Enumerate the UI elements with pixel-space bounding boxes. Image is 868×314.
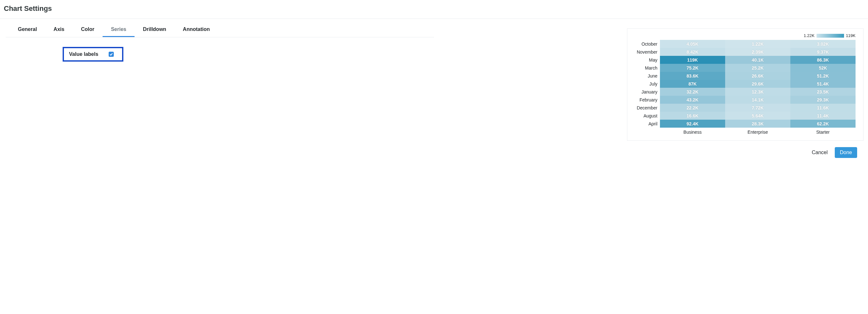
heatmap-row-label: July — [630, 80, 660, 88]
tab-color[interactable]: Color — [72, 22, 102, 37]
heatmap-legend: 1.22K 119K — [630, 33, 856, 38]
heatmap-col-label: Enterprise — [725, 129, 790, 135]
heatmap-cell: 83.6K — [660, 72, 725, 80]
done-button[interactable]: Done — [835, 147, 857, 158]
tab-axis[interactable]: Axis — [45, 22, 73, 37]
heatmap-cell: 7.72K — [725, 104, 790, 112]
legend-gradient-icon — [816, 34, 844, 38]
check-icon — [109, 53, 113, 56]
cancel-button[interactable]: Cancel — [812, 150, 828, 155]
page-title: Chart Settings — [4, 4, 864, 13]
heatmap-cell: 52K — [790, 64, 856, 72]
heatmap-cell: 92.4K — [660, 120, 725, 128]
heatmap-row-label: March — [630, 64, 660, 72]
tab-annotation[interactable]: Annotation — [175, 22, 218, 37]
heatmap-cell: 43.2K — [660, 96, 725, 104]
heatmap-cell: 11.4K — [790, 112, 856, 120]
heatmap-cell: 40.1K — [725, 56, 790, 64]
heatmap-cell: 3.02K — [790, 40, 856, 48]
tab-series[interactable]: Series — [102, 22, 134, 37]
heatmap-cell: 14.1K — [725, 96, 790, 104]
heatmap-cell: 11.6K — [790, 104, 856, 112]
heatmap-cell: 23.5K — [790, 88, 856, 96]
heatmap-row-label: May — [630, 56, 660, 64]
heatmap-cell: 4.05K — [660, 40, 725, 48]
heatmap-row-label: June — [630, 72, 660, 80]
heatmap-cell: 29.3K — [790, 96, 856, 104]
heatmap-row-label: November — [630, 48, 660, 56]
heatmap-preview: 1.22K 119K October4.05K1.22K3.02KNovembe… — [627, 28, 864, 141]
heatmap-cell: 5.64K — [725, 112, 790, 120]
heatmap-row-label: August — [630, 112, 660, 120]
heatmap-cell: 87K — [660, 80, 725, 88]
value-labels-checkbox[interactable] — [108, 52, 114, 57]
value-labels-option: Value labels — [63, 47, 123, 62]
heatmap-cell: 51.2K — [790, 72, 856, 80]
heatmap-row-label: February — [630, 96, 660, 104]
tab-general[interactable]: General — [9, 22, 45, 37]
heatmap-cell: 26.6K — [725, 72, 790, 80]
heatmap-row-label: April — [630, 120, 660, 128]
heatmap-row-label: January — [630, 88, 660, 96]
heatmap-row-label: October — [630, 40, 660, 48]
heatmap-cell: 22.2K — [660, 104, 725, 112]
heatmap-cell: 29.6K — [725, 80, 790, 88]
heatmap-col-label: Business — [660, 129, 725, 135]
heatmap-cell: 119K — [660, 56, 725, 64]
settings-tabs: GeneralAxisColorSeriesDrilldownAnnotatio… — [6, 22, 434, 37]
value-labels-label: Value labels — [69, 51, 98, 57]
heatmap-cell: 16.6K — [660, 112, 725, 120]
legend-max: 119K — [846, 33, 856, 38]
heatmap-cell: 25.2K — [725, 64, 790, 72]
legend-min: 1.22K — [804, 33, 815, 38]
heatmap-cell: 86.3K — [790, 56, 856, 64]
heatmap-cell: 62.2K — [790, 120, 856, 128]
heatmap-cell: 9.37K — [790, 48, 856, 56]
heatmap-cell: 32.2K — [660, 88, 725, 96]
heatmap-row-label: December — [630, 104, 660, 112]
heatmap-cell: 12.3K — [725, 88, 790, 96]
heatmap-cell: 8.42K — [660, 48, 725, 56]
heatmap-col-label: Starter — [790, 129, 856, 135]
heatmap-cell: 2.39K — [725, 48, 790, 56]
tab-drilldown[interactable]: Drilldown — [134, 22, 175, 37]
heatmap-cell: 75.2K — [660, 64, 725, 72]
heatmap-cell: 1.22K — [725, 40, 790, 48]
heatmap-cell: 51.4K — [790, 80, 856, 88]
heatmap-cell: 28.3K — [725, 120, 790, 128]
